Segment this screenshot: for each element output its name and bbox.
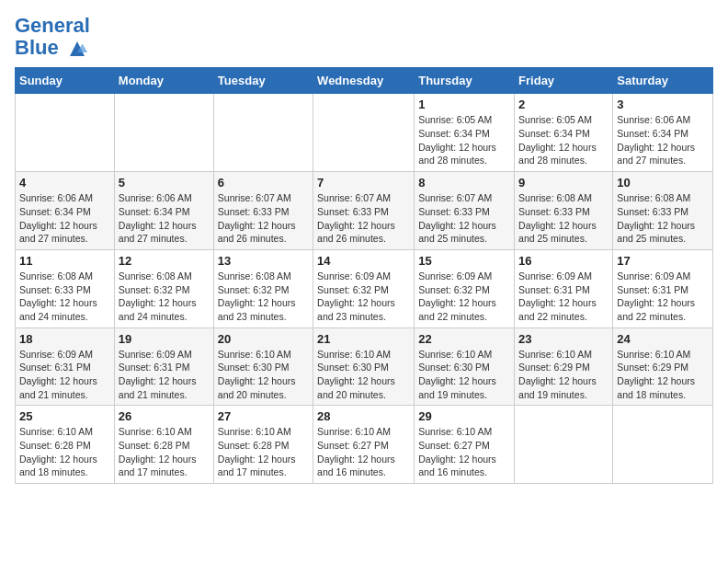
calendar-cell: 27Sunrise: 6:10 AM Sunset: 6:28 PM Dayli… xyxy=(213,406,313,484)
day-info: Sunrise: 6:10 AM Sunset: 6:29 PM Dayligh… xyxy=(518,348,609,402)
day-number: 16 xyxy=(518,254,609,268)
calendar-body: 1Sunrise: 6:05 AM Sunset: 6:34 PM Daylig… xyxy=(16,94,713,484)
day-number: 3 xyxy=(617,98,709,111)
calendar-week-4: 18Sunrise: 6:09 AM Sunset: 6:31 PM Dayli… xyxy=(16,327,713,406)
day-info: Sunrise: 6:09 AM Sunset: 6:32 PM Dayligh… xyxy=(317,270,410,324)
calendar-cell: 28Sunrise: 6:10 AM Sunset: 6:27 PM Dayli… xyxy=(313,406,415,484)
day-info: Sunrise: 6:07 AM Sunset: 6:33 PM Dayligh… xyxy=(218,191,309,246)
day-number: 27 xyxy=(218,409,309,423)
day-number: 1 xyxy=(418,98,510,111)
day-info: Sunrise: 6:10 AM Sunset: 6:30 PM Dayligh… xyxy=(418,348,510,402)
day-number: 17 xyxy=(617,254,709,268)
day-info: Sunrise: 6:05 AM Sunset: 6:34 PM Dayligh… xyxy=(418,113,510,167)
day-number: 18 xyxy=(19,332,110,346)
logo-icon xyxy=(66,38,88,60)
day-info: Sunrise: 6:08 AM Sunset: 6:33 PM Dayligh… xyxy=(617,191,709,246)
day-info: Sunrise: 6:10 AM Sunset: 6:30 PM Dayligh… xyxy=(218,348,309,402)
day-number: 10 xyxy=(617,176,709,190)
day-info: Sunrise: 6:09 AM Sunset: 6:32 PM Dayligh… xyxy=(418,270,510,324)
calendar-cell: 24Sunrise: 6:10 AM Sunset: 6:29 PM Dayli… xyxy=(613,327,713,406)
calendar-cell: 4Sunrise: 6:06 AM Sunset: 6:34 PM Daylig… xyxy=(16,172,115,250)
calendar-cell: 20Sunrise: 6:10 AM Sunset: 6:30 PM Dayli… xyxy=(213,327,313,406)
calendar-cell: 9Sunrise: 6:08 AM Sunset: 6:33 PM Daylig… xyxy=(515,172,613,250)
calendar-cell xyxy=(213,94,313,172)
calendar-cell: 12Sunrise: 6:08 AM Sunset: 6:32 PM Dayli… xyxy=(114,249,213,327)
calendar-cell: 29Sunrise: 6:10 AM Sunset: 6:27 PM Dayli… xyxy=(415,406,515,484)
day-number: 12 xyxy=(119,254,210,268)
calendar-header-row: SundayMondayTuesdayWednesdayThursdayFrid… xyxy=(16,68,713,94)
calendar-cell: 8Sunrise: 6:07 AM Sunset: 6:33 PM Daylig… xyxy=(415,172,515,250)
calendar-week-5: 25Sunrise: 6:10 AM Sunset: 6:28 PM Dayli… xyxy=(16,406,713,484)
day-number: 20 xyxy=(218,332,309,346)
day-header-wednesday: Wednesday xyxy=(313,68,415,94)
day-number: 28 xyxy=(317,409,410,423)
calendar-table: SundayMondayTuesdayWednesdayThursdayFrid… xyxy=(15,67,713,484)
calendar-cell: 10Sunrise: 6:08 AM Sunset: 6:33 PM Dayli… xyxy=(613,172,713,250)
day-number: 19 xyxy=(119,332,210,346)
day-info: Sunrise: 6:09 AM Sunset: 6:31 PM Dayligh… xyxy=(119,348,210,402)
calendar-cell xyxy=(613,406,713,484)
day-info: Sunrise: 6:10 AM Sunset: 6:28 PM Dayligh… xyxy=(218,425,309,479)
day-info: Sunrise: 6:10 AM Sunset: 6:28 PM Dayligh… xyxy=(119,425,210,479)
day-info: Sunrise: 6:08 AM Sunset: 6:32 PM Dayligh… xyxy=(119,270,210,324)
day-info: Sunrise: 6:09 AM Sunset: 6:31 PM Dayligh… xyxy=(19,348,110,402)
calendar-week-3: 11Sunrise: 6:08 AM Sunset: 6:33 PM Dayli… xyxy=(16,249,713,327)
calendar-cell xyxy=(16,94,115,172)
day-number: 7 xyxy=(317,176,410,190)
day-number: 14 xyxy=(317,254,410,268)
page-header: General Blue xyxy=(15,15,713,60)
day-number: 9 xyxy=(518,176,609,190)
calendar-cell: 11Sunrise: 6:08 AM Sunset: 6:33 PM Dayli… xyxy=(16,249,115,327)
calendar-cell: 2Sunrise: 6:05 AM Sunset: 6:34 PM Daylig… xyxy=(515,94,613,172)
day-info: Sunrise: 6:08 AM Sunset: 6:32 PM Dayligh… xyxy=(218,270,309,324)
calendar-cell: 7Sunrise: 6:07 AM Sunset: 6:33 PM Daylig… xyxy=(313,172,415,250)
calendar-cell: 22Sunrise: 6:10 AM Sunset: 6:30 PM Dayli… xyxy=(415,327,515,406)
calendar-cell: 21Sunrise: 6:10 AM Sunset: 6:30 PM Dayli… xyxy=(313,327,415,406)
day-info: Sunrise: 6:08 AM Sunset: 6:33 PM Dayligh… xyxy=(518,191,609,246)
calendar-cell xyxy=(114,94,213,172)
day-info: Sunrise: 6:10 AM Sunset: 6:29 PM Dayligh… xyxy=(617,348,709,402)
calendar-cell: 6Sunrise: 6:07 AM Sunset: 6:33 PM Daylig… xyxy=(213,172,313,250)
logo: General Blue xyxy=(15,15,90,60)
calendar-week-1: 1Sunrise: 6:05 AM Sunset: 6:34 PM Daylig… xyxy=(16,94,713,172)
calendar-cell: 13Sunrise: 6:08 AM Sunset: 6:32 PM Dayli… xyxy=(213,249,313,327)
logo-general: General xyxy=(15,14,90,37)
day-number: 11 xyxy=(19,254,110,268)
day-number: 4 xyxy=(19,176,110,190)
day-number: 13 xyxy=(218,254,309,268)
day-info: Sunrise: 6:06 AM Sunset: 6:34 PM Dayligh… xyxy=(19,191,110,246)
day-header-friday: Friday xyxy=(515,68,613,94)
day-number: 29 xyxy=(418,409,510,423)
day-info: Sunrise: 6:07 AM Sunset: 6:33 PM Dayligh… xyxy=(317,191,410,246)
logo-blue: Blue xyxy=(15,36,59,59)
calendar-cell: 25Sunrise: 6:10 AM Sunset: 6:28 PM Dayli… xyxy=(16,406,115,484)
day-number: 8 xyxy=(418,176,510,190)
day-info: Sunrise: 6:07 AM Sunset: 6:33 PM Dayligh… xyxy=(418,191,510,246)
day-info: Sunrise: 6:10 AM Sunset: 6:30 PM Dayligh… xyxy=(317,348,410,402)
day-info: Sunrise: 6:10 AM Sunset: 6:27 PM Dayligh… xyxy=(418,425,510,479)
day-number: 25 xyxy=(19,409,110,423)
day-header-sunday: Sunday xyxy=(16,68,115,94)
calendar-cell: 23Sunrise: 6:10 AM Sunset: 6:29 PM Dayli… xyxy=(515,327,613,406)
calendar-cell xyxy=(313,94,415,172)
day-number: 2 xyxy=(518,98,609,111)
calendar-cell xyxy=(515,406,613,484)
calendar-cell: 17Sunrise: 6:09 AM Sunset: 6:31 PM Dayli… xyxy=(613,249,713,327)
calendar-week-2: 4Sunrise: 6:06 AM Sunset: 6:34 PM Daylig… xyxy=(16,172,713,250)
calendar-cell: 1Sunrise: 6:05 AM Sunset: 6:34 PM Daylig… xyxy=(415,94,515,172)
day-header-saturday: Saturday xyxy=(613,68,713,94)
day-number: 21 xyxy=(317,332,410,346)
day-info: Sunrise: 6:10 AM Sunset: 6:28 PM Dayligh… xyxy=(19,425,110,479)
calendar-cell: 5Sunrise: 6:06 AM Sunset: 6:34 PM Daylig… xyxy=(114,172,213,250)
day-number: 22 xyxy=(418,332,510,346)
calendar-cell: 14Sunrise: 6:09 AM Sunset: 6:32 PM Dayli… xyxy=(313,249,415,327)
day-number: 5 xyxy=(119,176,210,190)
day-info: Sunrise: 6:08 AM Sunset: 6:33 PM Dayligh… xyxy=(19,270,110,324)
logo-text: General Blue xyxy=(15,15,90,60)
day-number: 26 xyxy=(119,409,210,423)
day-number: 23 xyxy=(518,332,609,346)
day-number: 6 xyxy=(218,176,309,190)
day-header-thursday: Thursday xyxy=(415,68,515,94)
calendar-cell: 19Sunrise: 6:09 AM Sunset: 6:31 PM Dayli… xyxy=(114,327,213,406)
day-info: Sunrise: 6:10 AM Sunset: 6:27 PM Dayligh… xyxy=(317,425,410,479)
